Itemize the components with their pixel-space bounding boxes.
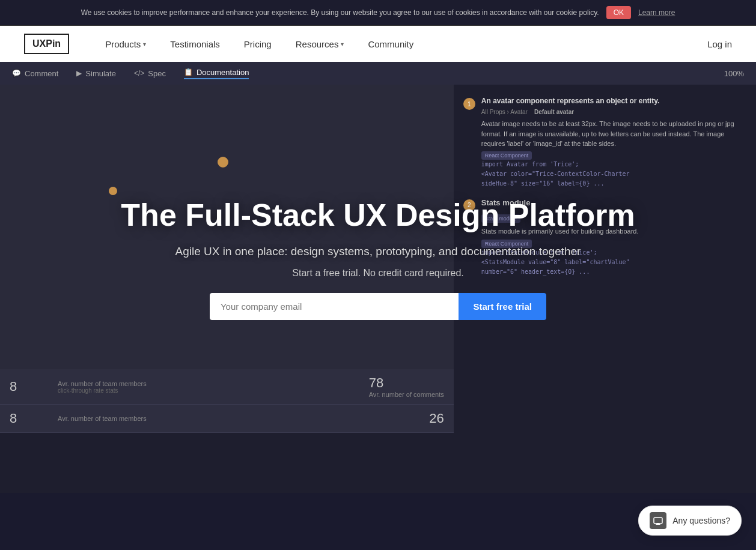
nav-products[interactable]: Products ▾ xyxy=(105,39,146,49)
nav-testimonials[interactable]: Testimonials xyxy=(170,39,220,49)
hero-cta-text: Start a free trial. No credit card requi… xyxy=(121,268,635,279)
right-props: All Props › Avatar xyxy=(481,109,528,115)
right-default: Default avatar xyxy=(534,109,574,115)
below-hero xyxy=(0,433,756,493)
nav-resources[interactable]: Resources ▾ xyxy=(296,39,344,49)
table-row: 8 Avr. number of team members click-thro… xyxy=(0,369,454,405)
documentation-icon: 📋 xyxy=(184,68,193,76)
start-trial-button[interactable]: Start free trial xyxy=(459,293,546,320)
resources-chevron-icon: ▾ xyxy=(341,41,344,47)
zoom-level: 100% xyxy=(724,69,744,78)
hero-form: Start free trial xyxy=(210,293,546,320)
hero-title: The Full-Stack UX Design Platform xyxy=(121,198,635,234)
cookie-ok-button[interactable]: OK xyxy=(606,6,631,19)
cookie-learn-more[interactable]: Learn more xyxy=(638,8,675,17)
nav-pricing[interactable]: Pricing xyxy=(244,39,272,49)
row1-sub: click-through rate stats xyxy=(58,387,369,394)
row2-label: Avr. number of team members xyxy=(58,415,429,422)
row1-label: Avr. number of team members xyxy=(58,380,369,387)
login-link[interactable]: Log in xyxy=(707,39,732,49)
subnav-documentation[interactable]: 📋 Documentation xyxy=(184,68,249,79)
cookie-message: We use cookies to improve performance an… xyxy=(81,8,599,17)
right-title-1: An avatar component represents an object… xyxy=(481,97,746,105)
nav-links: Products ▾ Testimonials Pricing Resource… xyxy=(105,39,707,49)
hero-overlay: The Full-Stack UX Design Platform Agile … xyxy=(109,174,647,345)
subnav-comment[interactable]: 💬 Comment xyxy=(12,69,58,78)
hero-subtitle: Agile UX in one place: design systems, p… xyxy=(121,245,635,258)
hero-section: 8 Avr. number of team members click-thro… xyxy=(0,85,756,433)
spec-icon: </> xyxy=(134,69,144,77)
products-chevron-icon: ▾ xyxy=(143,41,146,47)
react-component-badge: React Component xyxy=(481,151,532,160)
right-desc-1: Avatar image needs to be at least 32px. … xyxy=(481,119,746,149)
nav-community[interactable]: Community xyxy=(368,39,413,49)
subnav-simulate[interactable]: ▶ Simulate xyxy=(76,69,116,78)
email-input[interactable] xyxy=(210,293,459,320)
logo[interactable]: UXPin xyxy=(24,34,69,54)
comment-icon: 💬 xyxy=(12,69,21,77)
chart-dot-1 xyxy=(218,157,228,168)
navbar: UXPin Products ▾ Testimonials Pricing Re… xyxy=(0,26,756,62)
row1-comments: Avr. number of comments xyxy=(369,391,444,398)
sub-nav: 💬 Comment ▶ Simulate </> Spec 📋 Document… xyxy=(0,62,756,85)
subnav-spec[interactable]: </> Spec xyxy=(134,69,166,78)
table-row: 8 Avr. number of team members 26 xyxy=(0,405,454,433)
cookie-banner: We use cookies to improve performance an… xyxy=(0,0,756,26)
mockup-table: 8 Avr. number of team members click-thro… xyxy=(0,369,454,433)
badge-1: 1 xyxy=(463,98,475,110)
simulate-icon: ▶ xyxy=(76,69,82,77)
